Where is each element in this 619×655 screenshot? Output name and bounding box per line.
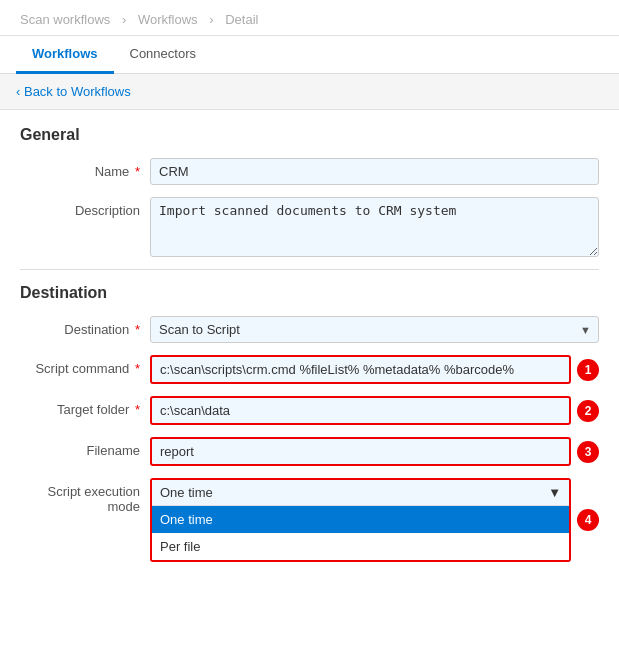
form-row-filename: Filename 3: [20, 437, 599, 466]
back-link-label: Back to Workflows: [24, 84, 131, 99]
form-row-script-command: Script command * 1: [20, 355, 599, 384]
dropdown-item-one-time[interactable]: One time: [152, 506, 569, 533]
badge-1: 1: [577, 359, 599, 381]
form-row-script-execution-mode: Script execution mode One time ▼ One tim…: [20, 478, 599, 562]
tab-workflows[interactable]: Workflows: [16, 36, 114, 74]
script-command-label: Script command *: [20, 355, 150, 376]
name-label: Name *: [20, 158, 150, 179]
destination-label: Destination *: [20, 316, 150, 337]
form-row-name: Name *: [20, 158, 599, 185]
tabs-bar: Workflows Connectors: [0, 36, 619, 74]
filename-input[interactable]: [150, 437, 571, 466]
filename-field-container: 3: [150, 437, 599, 466]
general-section-title: General: [20, 126, 599, 144]
script-execution-mode-label: Script execution mode: [20, 478, 150, 514]
badge-2: 2: [577, 400, 599, 422]
form-row-destination: Destination * Scan to Script Scan to Fol…: [20, 316, 599, 343]
breadcrumb-item-workflows[interactable]: Workflows: [138, 12, 198, 27]
form-row-description: Description Import scanned documents to …: [20, 197, 599, 257]
breadcrumb-item-detail: Detail: [225, 12, 258, 27]
breadcrumb-separator-1: ›: [122, 12, 130, 27]
filename-label: Filename: [20, 437, 150, 458]
dropdown-list: One time Per file: [152, 506, 569, 560]
target-folder-field-container: 2: [150, 396, 599, 425]
destination-select-wrapper: Scan to Script Scan to Folder Scan to Em…: [150, 316, 599, 343]
script-execution-mode-dropdown[interactable]: One time ▼ One time Per file: [150, 478, 571, 562]
chevron-left-icon: ‹: [16, 84, 20, 99]
target-folder-input[interactable]: [150, 396, 571, 425]
main-content: General Name * Description Import scanne…: [0, 110, 619, 590]
name-required-indicator: *: [131, 164, 140, 179]
destination-section-title: Destination: [20, 284, 599, 302]
badge-4: 4: [577, 509, 599, 531]
form-row-target-folder: Target folder * 2: [20, 396, 599, 425]
description-label: Description: [20, 197, 150, 218]
back-link-bar: ‹ Back to Workflows: [0, 74, 619, 110]
name-input[interactable]: [150, 158, 599, 185]
breadcrumb: Scan workflows › Workflows › Detail: [0, 0, 619, 36]
section-divider: [20, 269, 599, 270]
description-input[interactable]: Import scanned documents to CRM system: [150, 197, 599, 257]
tab-connectors[interactable]: Connectors: [114, 36, 212, 74]
dropdown-selected-value: One time: [160, 485, 213, 500]
destination-select[interactable]: Scan to Script Scan to Folder Scan to Em…: [150, 316, 599, 343]
dropdown-item-per-file[interactable]: Per file: [152, 533, 569, 560]
target-folder-label: Target folder *: [20, 396, 150, 417]
back-to-workflows-link[interactable]: ‹ Back to Workflows: [16, 84, 131, 99]
script-execution-mode-container: One time ▼ One time Per file 4: [150, 478, 599, 562]
dropdown-header[interactable]: One time ▼: [152, 480, 569, 506]
breadcrumb-separator-2: ›: [209, 12, 217, 27]
badge-3: 3: [577, 441, 599, 463]
breadcrumb-item-scan-workflows[interactable]: Scan workflows: [20, 12, 110, 27]
dropdown-arrow-icon: ▼: [548, 485, 561, 500]
script-command-field-container: 1: [150, 355, 599, 384]
script-command-input[interactable]: [150, 355, 571, 384]
